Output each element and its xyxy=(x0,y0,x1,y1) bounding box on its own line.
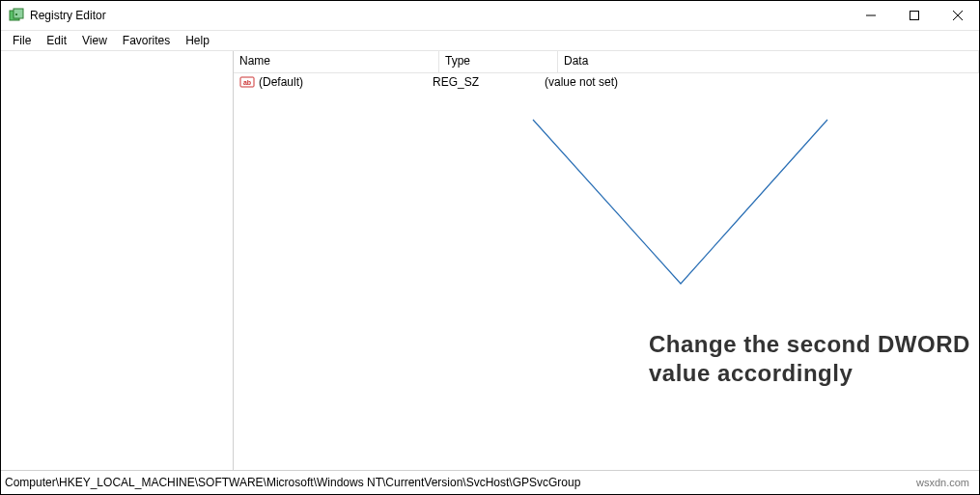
value-name: (Default) xyxy=(259,75,433,89)
client-area: Name Type Data ab(Default)REG_SZ(value n… xyxy=(1,51,979,470)
menu-favorites[interactable]: Favorites xyxy=(115,32,178,49)
svg-text:ab: ab xyxy=(243,79,251,86)
col-data[interactable]: Data xyxy=(558,51,979,72)
window-title: Registry Editor xyxy=(30,9,106,22)
svg-rect-1 xyxy=(14,9,23,18)
value-type: REG_SZ xyxy=(433,75,545,89)
registry-tree[interactable] xyxy=(1,51,234,470)
svg-rect-2 xyxy=(15,14,17,15)
maximize-button[interactable] xyxy=(892,2,936,30)
title-bar[interactable]: Registry Editor xyxy=(1,1,979,31)
col-type[interactable]: Type xyxy=(439,51,558,72)
value-list: Name Type Data ab(Default)REG_SZ(value n… xyxy=(234,51,979,470)
value-rows[interactable]: ab(Default)REG_SZ(value not set) Change … xyxy=(234,73,979,470)
menu-bar: File Edit View Favorites Help xyxy=(1,31,979,51)
minimize-button[interactable] xyxy=(849,2,892,30)
registry-editor-window: Registry Editor File Edit View Favorites… xyxy=(0,0,980,495)
menu-view[interactable]: View xyxy=(74,32,115,49)
menu-help[interactable]: Help xyxy=(178,32,217,49)
string-value-icon: ab xyxy=(239,74,255,90)
value-row[interactable]: ab(Default)REG_SZ(value not set) xyxy=(234,73,979,91)
column-headers[interactable]: Name Type Data xyxy=(234,51,979,73)
close-button[interactable] xyxy=(936,2,979,30)
annotation-text: Change the second DWORD value accordingl… xyxy=(649,330,979,388)
menu-file[interactable]: File xyxy=(5,32,39,49)
watermark: wsxdn.com xyxy=(916,477,975,488)
status-bar: Computer\HKEY_LOCAL_MACHINE\SOFTWARE\Mic… xyxy=(1,470,979,494)
col-name[interactable]: Name xyxy=(234,51,439,72)
annotation-lines xyxy=(234,73,967,324)
status-path: Computer\HKEY_LOCAL_MACHINE\SOFTWARE\Mic… xyxy=(5,476,580,489)
regedit-app-icon xyxy=(9,8,24,23)
value-data: (value not set) xyxy=(545,75,979,89)
svg-rect-4 xyxy=(910,12,918,20)
menu-edit[interactable]: Edit xyxy=(39,32,74,49)
